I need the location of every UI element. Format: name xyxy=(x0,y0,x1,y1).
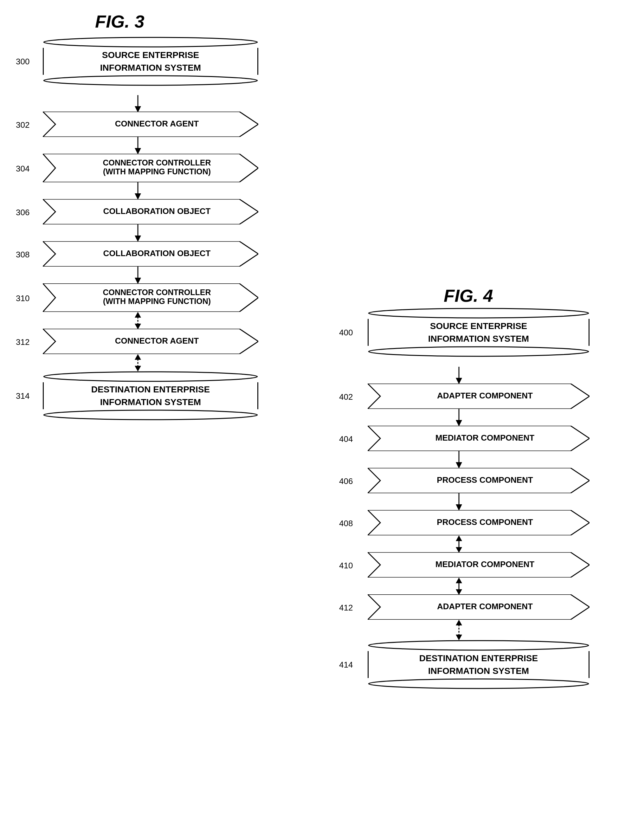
fig4-label-412: 412 xyxy=(339,603,353,613)
fig4-arrow-406-408 xyxy=(453,493,465,511)
fig3-arrow-302-304 xyxy=(131,137,144,155)
svg-text:ADAPTER COMPONENT: ADAPTER COMPONENT xyxy=(437,391,533,400)
svg-text:MEDIATOR COMPONENT: MEDIATOR COMPONENT xyxy=(436,559,535,569)
svg-marker-16 xyxy=(135,278,141,284)
fig3-arrow-310-312 xyxy=(131,312,144,329)
fig3-arrow-308-310 xyxy=(131,267,144,284)
svg-text:(WITH MAPPING FUNCTION): (WITH MAPPING FUNCTION) xyxy=(103,167,211,176)
fig4-arrow-412-414 xyxy=(453,620,465,640)
fig4-node-400-text: SOURCE ENTERPRISEINFORMATION SYSTEM xyxy=(428,320,529,344)
fig4-label-414: 414 xyxy=(339,660,353,669)
fig4-label-404: 404 xyxy=(339,434,353,444)
fig4-node-404: 404 MEDIATOR COMPONENT xyxy=(349,426,608,452)
fig4-arrow-410-412 xyxy=(453,578,465,595)
svg-point-54 xyxy=(369,679,589,688)
svg-text:CONNECTOR AGENT: CONNECTOR AGENT xyxy=(115,336,199,346)
fig3-node-314: 314 DESTINATION ENTERPRISEINFORMATION SY… xyxy=(30,371,271,421)
svg-point-1 xyxy=(44,76,257,85)
fig3-label-304: 304 xyxy=(16,164,30,174)
fig4-label-410: 410 xyxy=(339,561,353,570)
svg-text:(WITH MAPPING FUNCTION): (WITH MAPPING FUNCTION) xyxy=(103,297,211,306)
svg-point-29 xyxy=(369,347,589,356)
svg-text:PROCESS COMPONENT: PROCESS COMPONENT xyxy=(437,475,533,485)
svg-point-53 xyxy=(369,641,589,650)
svg-marker-10 xyxy=(135,193,141,200)
fig3-label-312: 312 xyxy=(16,337,30,347)
fig3-label-310: 310 xyxy=(16,294,30,303)
fig4-node-414: 414 DESTINATION ENTERPRISEINFORMATION SY… xyxy=(349,639,608,690)
svg-marker-13 xyxy=(135,235,141,242)
svg-point-27 xyxy=(44,410,257,420)
svg-text:COLLABORATION OBJECT: COLLABORATION OBJECT xyxy=(103,206,211,216)
svg-marker-31 xyxy=(456,378,462,384)
fig4-label-402: 402 xyxy=(339,392,353,402)
fig3-node-308: 308 COLLABORATION OBJECT xyxy=(30,241,271,268)
fig3-arrow-304-306 xyxy=(131,182,144,200)
fig4-title: FIG. 4 xyxy=(444,285,493,306)
fig4-arrow-408-410 xyxy=(453,535,465,553)
fig3-node-314-text: DESTINATION ENTERPRISEINFORMATION SYSTEM xyxy=(91,383,210,408)
fig4-node-410: 410 MEDIATOR COMPONENT xyxy=(349,552,608,579)
fig3-node-312: 312 CONNECTOR AGENT xyxy=(30,329,271,355)
fig4-arrow-404-406 xyxy=(453,451,465,469)
svg-text:CONNECTOR CONTROLLER: CONNECTOR CONTROLLER xyxy=(103,288,211,297)
svg-marker-37 xyxy=(456,462,462,469)
fig3-node-304: 304 CONNECTOR CONTROLLER (WITH MAPPING F… xyxy=(30,154,271,183)
fig3-arrow-312-314 xyxy=(131,354,144,371)
fig3-node-302: 302 CONNECTOR AGENT xyxy=(30,112,271,138)
fig4-arrow-402-404 xyxy=(453,409,465,426)
fig3-title: FIG. 3 xyxy=(95,11,145,32)
svg-marker-6 xyxy=(135,148,141,155)
svg-text:MEDIATOR COMPONENT: MEDIATOR COMPONENT xyxy=(436,433,535,442)
fig4-node-412: 412 ADAPTER COMPONENT xyxy=(349,594,608,621)
fig4-node-408: 408 PROCESS COMPONENT xyxy=(349,510,608,537)
fig3-node-310: 310 CONNECTOR CONTROLLER (WITH MAPPING F… xyxy=(30,283,271,313)
fig4-node-406: 406 PROCESS COMPONENT xyxy=(349,468,608,494)
fig4-label-408: 408 xyxy=(339,519,353,528)
fig3-label-308: 308 xyxy=(16,250,30,260)
fig4-label-400: 400 xyxy=(339,327,353,337)
fig3-label-314: 314 xyxy=(16,391,30,401)
fig4-node-414-text: DESTINATION ENTERPRISEINFORMATION SYSTEM xyxy=(419,652,538,677)
fig3-arrow-306-308 xyxy=(131,224,144,242)
svg-text:ADAPTER COMPONENT: ADAPTER COMPONENT xyxy=(437,602,533,611)
svg-text:COLLABORATION OBJECT: COLLABORATION OBJECT xyxy=(103,248,211,258)
svg-point-0 xyxy=(44,37,257,47)
fig3-node-300: 300 SOURCE ENTERPRISEINFORMATION SYSTEM xyxy=(30,36,271,86)
fig4-node-402: 402 ADAPTER COMPONENT xyxy=(349,384,608,410)
fig4-label-406: 406 xyxy=(339,477,353,486)
fig3-arrow-300-302 xyxy=(131,95,144,112)
svg-text:PROCESS COMPONENT: PROCESS COMPONENT xyxy=(437,517,533,527)
fig3-label-302: 302 xyxy=(16,120,30,130)
svg-marker-40 xyxy=(456,504,462,511)
fig3-label-300: 300 xyxy=(16,57,30,66)
svg-point-28 xyxy=(369,308,589,318)
svg-text:CONNECTOR CONTROLLER: CONNECTOR CONTROLLER xyxy=(103,158,211,167)
svg-point-26 xyxy=(44,372,257,381)
fig3-node-306: 306 COLLABORATION OBJECT xyxy=(30,199,271,226)
svg-text:CONNECTOR AGENT: CONNECTOR AGENT xyxy=(115,119,199,128)
fig4-node-400: 400 SOURCE ENTERPRISEINFORMATION SYSTEM xyxy=(349,308,608,357)
svg-marker-34 xyxy=(456,420,462,426)
fig3-node-300-text: SOURCE ENTERPRISEINFORMATION SYSTEM xyxy=(100,49,201,74)
fig4-arrow-400-402 xyxy=(453,367,465,384)
fig3-label-306: 306 xyxy=(16,208,30,218)
